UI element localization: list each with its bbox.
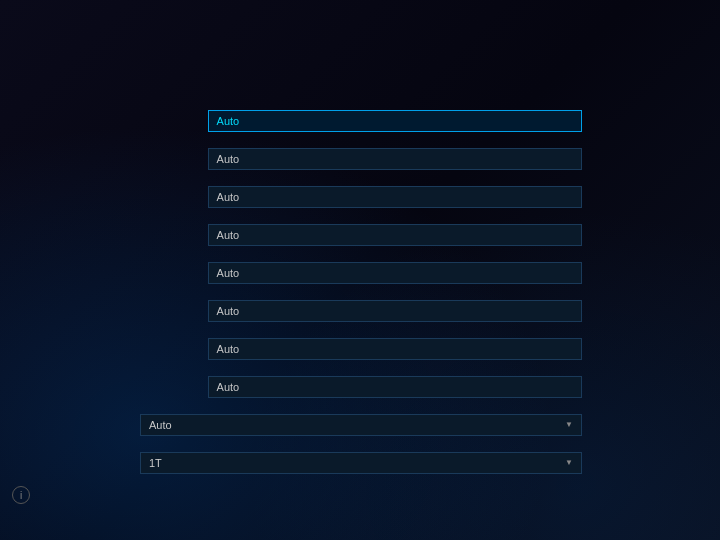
- row-value: Auto: [208, 148, 582, 170]
- row-value: Auto: [208, 110, 582, 132]
- row-value: Auto: [208, 186, 582, 208]
- info-icon[interactable]: i: [12, 486, 30, 504]
- row-value: Auto: [208, 262, 582, 284]
- row-value: Auto: [208, 376, 582, 398]
- row-value[interactable]: 1T: [140, 452, 582, 474]
- row-value: Auto: [208, 300, 582, 322]
- row-value: Auto: [208, 338, 582, 360]
- bios-utility: ASUS UEFI BIOS Utility – Advanced Mode 🌐…: [0, 0, 720, 540]
- row-value: Auto: [208, 224, 582, 246]
- row-value[interactable]: Auto: [140, 414, 582, 436]
